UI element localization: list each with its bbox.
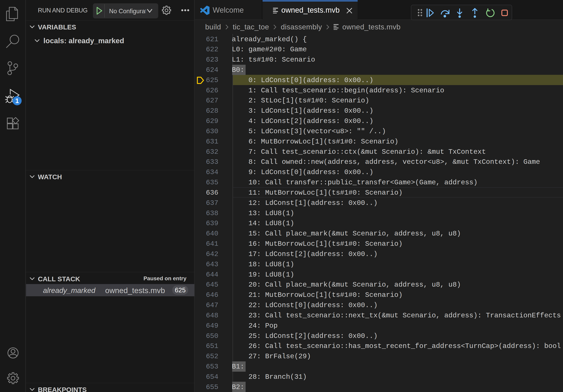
svg-text:1: 1 [15,97,19,105]
